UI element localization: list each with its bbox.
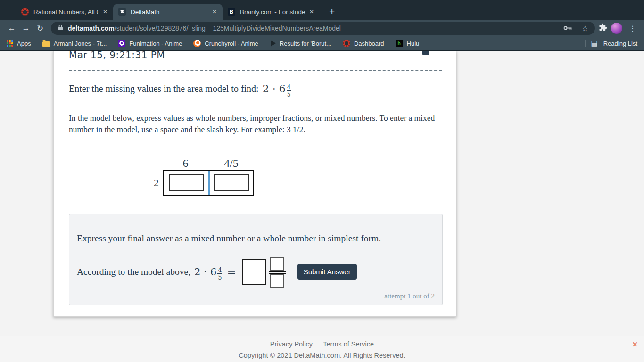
fraction-numerator: 4	[287, 83, 291, 91]
tab-rational-numbers[interactable]: Rational Numbers, All Operatio ✕	[16, 4, 113, 20]
scrolled-button-fragment	[422, 51, 429, 55]
tab-title: DeltaMath	[131, 8, 207, 16]
answer-panel: Express your final answer as a mixed num…	[69, 214, 443, 305]
model-cell-2	[208, 171, 253, 195]
math-whole: 6	[210, 266, 216, 278]
url-path: /student/solve/12982876/_sling__125Multi…	[115, 25, 341, 32]
close-icon[interactable]: ✕	[210, 8, 219, 16]
math-fraction: 4 5	[287, 83, 291, 98]
answer-whole-input[interactable]	[242, 259, 266, 285]
area-model-column-labels: 6 4/5	[163, 157, 254, 170]
close-icon[interactable]: ✕	[101, 8, 109, 16]
bookmark-label: Armani Jones - 7t...	[54, 40, 107, 47]
tab-strip: Rational Numbers, All Operatio ✕ DeltaMa…	[0, 0, 644, 20]
reading-list-button[interactable]: Reading List	[603, 40, 637, 47]
problem-timestamp: Mar 15, 9:21:31 PM	[69, 51, 442, 60]
bookmark-star-icon[interactable]: ☆	[582, 24, 588, 33]
answer-fraction-inputs	[269, 257, 286, 288]
copyright-text: Copyright © 2021 DeltaMath.com. All Righ…	[0, 352, 644, 359]
math-factor: 2	[194, 266, 200, 278]
footer-links: Privacy Policy Terms of Service	[0, 336, 644, 348]
bookmark-label: Crunchyroll - Anime	[205, 40, 258, 47]
address-bar[interactable]: deltamath.com/student/solve/12982876/_sl…	[51, 22, 595, 35]
column-label-2: 4/5	[208, 157, 254, 170]
area-model-body: 2	[148, 170, 254, 196]
brainly-b-icon: B	[228, 8, 235, 16]
url-text: deltamath.com/student/solve/12982876/_sl…	[68, 25, 557, 32]
crunchyroll-icon	[193, 40, 201, 47]
bookmark-label: Dashboard	[354, 40, 384, 47]
footer-close-icon[interactable]: ✕	[632, 340, 638, 349]
tab-deltamath[interactable]: DeltaMath ✕	[113, 4, 223, 20]
area-model-grid	[163, 170, 254, 196]
page-footer: Privacy Policy Terms of Service Copyrigh…	[0, 336, 644, 362]
bookmark-results[interactable]: Results for 'Borut...	[270, 40, 331, 47]
deltamath-cap-icon	[118, 8, 126, 16]
math-fraction: 4 5	[217, 266, 222, 281]
bookmark-label: Funimation - Anime	[129, 40, 182, 47]
bookmark-folder-armani[interactable]: Armani Jones - 7t...	[42, 40, 107, 47]
back-icon[interactable]: ←	[5, 24, 19, 33]
answer-numerator-input[interactable]	[270, 257, 284, 271]
tab-title: Brainly.com - For students. By	[240, 8, 305, 16]
submit-answer-button[interactable]: Submit Answer	[297, 264, 357, 280]
bookmark-hulu[interactable]: h Hulu	[396, 40, 420, 47]
answer-lead-text: According to the model above,	[77, 267, 190, 277]
equals-sign: =	[227, 266, 236, 278]
folder-icon	[42, 41, 50, 47]
play-icon	[271, 40, 276, 47]
bookmark-crunchyroll[interactable]: Crunchyroll - Anime	[193, 40, 258, 47]
browser-toolbar: ← → ↻ deltamath.com/student/solve/129828…	[0, 20, 644, 37]
answer-denominator-input[interactable]	[270, 274, 284, 288]
dashed-divider	[69, 70, 442, 71]
bookmarks-bar: Apps Armani Jones - 7t... Funimation - A…	[0, 37, 644, 51]
close-icon[interactable]: ✕	[307, 8, 316, 16]
address-bar-icons: ☆	[563, 24, 588, 33]
funimation-icon	[118, 40, 125, 47]
math-dot: ·	[272, 83, 276, 95]
math-dot: ·	[204, 266, 207, 278]
math-expression: 2 · 6 4 5	[263, 82, 291, 96]
area-model: 6 4/5 2	[148, 157, 254, 196]
key-icon[interactable]	[563, 24, 572, 33]
reload-icon[interactable]: ↻	[33, 24, 47, 33]
url-domain: deltamath.com	[68, 25, 115, 32]
problem-prompt: Enter the missing values in the area mod…	[69, 82, 442, 96]
problem-card: Mar 15, 9:21:31 PM Enter the missing val…	[53, 51, 456, 317]
red-gear-icon	[343, 40, 350, 47]
page-viewport: Mar 15, 9:21:31 PM Enter the missing val…	[0, 51, 644, 362]
row-label: 2	[148, 177, 159, 189]
model-input-1[interactable]	[169, 174, 204, 191]
attempt-counter: attempt 1 out of 2	[77, 292, 435, 300]
timestamp-wrap: Mar 15, 9:21:31 PM	[69, 51, 442, 62]
bookmark-label: Results for 'Borut...	[280, 40, 331, 47]
fraction-denominator: 5	[218, 274, 222, 281]
apps-grid-icon	[7, 40, 13, 47]
terms-of-service-link[interactable]: Terms of Service	[323, 340, 374, 348]
forward-icon[interactable]: →	[19, 24, 33, 33]
extensions-puzzle-icon[interactable]	[599, 23, 607, 33]
bookmark-label: Apps	[17, 40, 31, 47]
answer-instruction: Express your final answer as a mixed num…	[77, 233, 435, 244]
profile-avatar[interactable]	[611, 23, 622, 34]
bookmark-funimation[interactable]: Funimation - Anime	[118, 40, 182, 47]
bookmark-dashboard[interactable]: Dashboard	[343, 40, 384, 47]
apps-shortcut[interactable]: Apps	[7, 40, 31, 47]
hulu-icon: h	[396, 40, 403, 47]
privacy-policy-link[interactable]: Privacy Policy	[270, 340, 313, 348]
answer-equation-row: According to the model above, 2 · 6 4 5 …	[77, 256, 435, 287]
bookmarks-bar-right: ▤ Reading List	[585, 39, 637, 48]
bookmark-label: Hulu	[407, 40, 420, 47]
new-tab-button[interactable]: +	[326, 6, 338, 17]
chrome-menu-icon[interactable]: ⋮	[626, 24, 639, 33]
divider	[585, 40, 586, 47]
red-gear-icon	[21, 8, 29, 16]
reading-list-icon: ▤	[591, 39, 598, 48]
column-label-1: 6	[163, 157, 208, 170]
tab-brainly[interactable]: B Brainly.com - For students. By ✕	[223, 4, 320, 20]
browser-window: Rational Numbers, All Operatio ✕ DeltaMa…	[0, 0, 644, 362]
tab-title: Rational Numbers, All Operatio	[33, 8, 98, 16]
model-input-2[interactable]	[214, 174, 249, 191]
fraction-denominator: 5	[287, 91, 291, 98]
model-cell-1	[164, 171, 208, 195]
